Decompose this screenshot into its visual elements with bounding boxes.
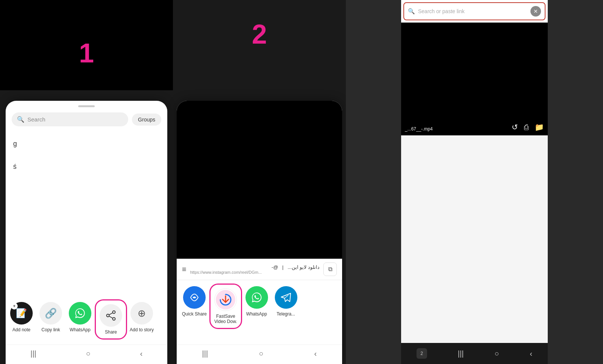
- share-item-share[interactable]: Share: [97, 302, 124, 337]
- whatsapp2-label: WhatsApp: [246, 311, 267, 317]
- share-item-whatsapp2[interactable]: WhatsApp: [245, 286, 269, 317]
- quickshare-icon: [183, 286, 206, 309]
- share-row: 📝 + Add note 🔗 Copy link WhatsApp: [6, 294, 167, 344]
- share-label: Share: [105, 329, 117, 335]
- url-title: دانلود لایو این... | @-: [190, 264, 320, 270]
- video-filename: _...67__-.mp4: [405, 126, 512, 132]
- share-item-quickshare[interactable]: Quick Share: [182, 286, 207, 317]
- whatsapp-label: WhatsApp: [70, 327, 90, 332]
- drag-pill: [78, 105, 95, 107]
- url-address: https://www.instagram.com/reel/DGm...: [190, 270, 320, 275]
- groups-button[interactable]: Groups: [132, 114, 161, 126]
- panel2: 2 ≡ دانلود لایو این... | @- https://www.…: [173, 0, 346, 364]
- share-item-whatsapp[interactable]: WhatsApp: [68, 302, 92, 332]
- svg-point-1: [107, 314, 109, 317]
- search-top-placeholder: Search or paste link: [418, 8, 527, 14]
- fastsave-label: FastSaveVideo Dow.: [214, 314, 237, 324]
- share-item-copy-link[interactable]: 🔗 Copy link: [39, 302, 63, 332]
- nav3-home-icon[interactable]: ○: [494, 349, 499, 358]
- nav2-menu-icon[interactable]: |||: [202, 349, 208, 358]
- search-bar[interactable]: 🔍 Search: [12, 112, 128, 126]
- url-bar: ≡ دانلود لایو این... | @- https://www.in…: [177, 259, 342, 280]
- nav-home-icon[interactable]: ○: [86, 349, 90, 358]
- search-bar-row: 🔍 Search Groups: [6, 112, 167, 126]
- replay-icon[interactable]: ↺: [512, 123, 518, 132]
- nav-menu-icon[interactable]: |||: [30, 349, 36, 358]
- copy-icon: ⧉: [328, 266, 332, 273]
- nav-back-icon[interactable]: ‹: [140, 349, 142, 358]
- panel2-share-row: Quick Share FastSaveVideo Dow.: [177, 280, 342, 332]
- add-story-icon: ⊕: [130, 302, 153, 325]
- url-text-block: دانلود لایو این... | @- https://www.inst…: [190, 264, 320, 275]
- whatsapp-icon: [69, 302, 91, 325]
- copy-url-button[interactable]: ⧉: [323, 262, 337, 276]
- panel3: 🔍 Search or paste link ✕ _...67__-.mp4 ↺…: [346, 0, 603, 364]
- folder-icon[interactable]: 📁: [535, 123, 544, 132]
- quickshare-label: Quick Share: [182, 311, 207, 317]
- svg-point-0: [113, 311, 115, 314]
- search-top-bar[interactable]: 🔍 Search or paste link ✕: [403, 2, 545, 20]
- search-top-icon: 🔍: [408, 8, 415, 15]
- panel2-card: ≡ دانلود لایو این... | @- https://www.in…: [177, 101, 342, 364]
- video-controls: ↺ ⎙ 📁: [512, 123, 544, 132]
- telegram-icon: [275, 286, 297, 309]
- panel1-card: 🔍 Search Groups g ś 📝 + Add note 🔗: [6, 101, 167, 364]
- svg-line-3: [109, 313, 113, 315]
- share-icon-circle: [100, 304, 122, 327]
- svg-point-2: [113, 318, 115, 320]
- nav2-back-icon[interactable]: ‹: [314, 349, 317, 358]
- whatsapp2-icon: [245, 286, 268, 309]
- video-preview: _...67__-.mp4 ↺ ⎙ 📁: [401, 23, 548, 135]
- close-icon: ✕: [533, 8, 538, 14]
- add-note-label: Add note: [12, 327, 30, 332]
- share-item-add-story[interactable]: ⊕ Add to story: [130, 302, 154, 332]
- copy-link-icon: 🔗: [39, 302, 62, 325]
- search-placeholder: Search: [27, 116, 45, 123]
- panel1-nav: ||| ○ ‹: [6, 344, 167, 364]
- menu-icon[interactable]: ≡: [182, 265, 186, 274]
- share-item-telegram[interactable]: Telegra...: [274, 286, 298, 317]
- search-icon: 🔍: [17, 116, 24, 123]
- step2-label: 2: [252, 19, 267, 50]
- panel2-nav: ||| ○ ‹: [177, 344, 342, 364]
- panel3-inner: 🔍 Search or paste link ✕ _...67__-.mp4 ↺…: [401, 0, 548, 364]
- letter-s: ś: [12, 163, 161, 171]
- fastsave-icon: [214, 288, 237, 311]
- letter-g: g: [12, 132, 161, 163]
- share-video-icon[interactable]: ⎙: [524, 123, 529, 132]
- panel3-nav: 2 ||| ○ ‹: [401, 343, 548, 364]
- nav3-number[interactable]: 2: [417, 348, 427, 359]
- add-note-icon: 📝 +: [10, 302, 33, 325]
- panel2-video: [177, 101, 342, 259]
- plus-badge: +: [11, 303, 18, 309]
- panel1-black-bg: [0, 0, 173, 90]
- content-area: g ś: [6, 132, 167, 294]
- telegram-label: Telegra...: [277, 311, 295, 317]
- copy-link-label: Copy link: [41, 327, 60, 332]
- nav2-home-icon[interactable]: ○: [259, 349, 263, 358]
- share-item-fastsave[interactable]: FastSaveVideo Dow.: [212, 286, 239, 326]
- panel1: 1 🔍 Search Groups g ś 📝 + Add note: [0, 0, 173, 364]
- nav3-back-icon[interactable]: ‹: [530, 349, 532, 358]
- panel3-content: [401, 135, 548, 343]
- add-story-label: Add to story: [130, 327, 154, 332]
- close-button[interactable]: ✕: [530, 6, 541, 17]
- nav3-menu-icon[interactable]: |||: [458, 349, 464, 358]
- svg-line-4: [109, 316, 113, 318]
- share-item-add-note[interactable]: 📝 + Add note: [9, 302, 33, 332]
